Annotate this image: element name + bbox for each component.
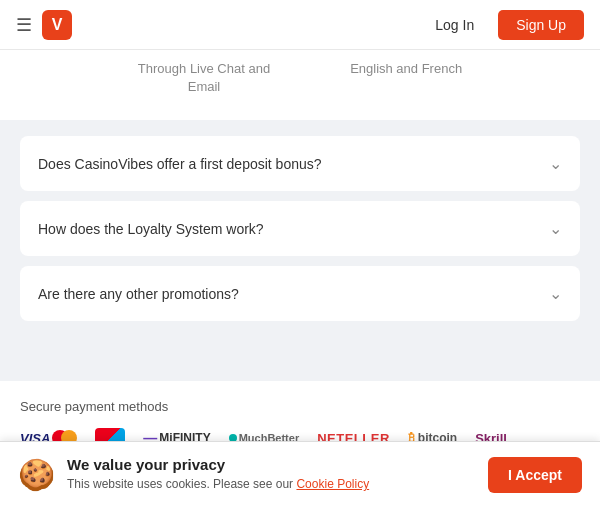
support-method-chat: Through Live Chat andEmail [138,60,270,96]
chevron-down-icon-2: ⌄ [549,219,562,238]
faq-question-3: Are there any other promotions? [38,286,239,302]
cookie-policy-link[interactable]: Cookie Policy [296,477,369,491]
top-section: Through Live Chat andEmail English and F… [0,50,600,120]
header: ☰ V Log In Sign Up [0,0,600,50]
support-lang-text: English and French [350,60,462,78]
support-methods: Through Live Chat andEmail English and F… [0,50,600,110]
faq-item-2[interactable]: How does the Loyalty System work? ⌄ [20,201,580,256]
spacer [0,351,600,381]
logo-icon: V [42,10,72,40]
menu-icon[interactable]: ☰ [16,14,32,36]
cookie-desc-text: This website uses cookies. Please see ou… [67,477,296,491]
faq-row-2[interactable]: How does the Loyalty System work? ⌄ [38,201,562,256]
faq-question-2: How does the Loyalty System work? [38,221,264,237]
cookie-title: We value your privacy [67,456,476,473]
cookie-description: This website uses cookies. Please see ou… [67,476,476,493]
cookie-banner: 🍪 We value your privacy This website use… [0,441,600,507]
header-left: ☰ V [16,10,72,40]
faq-item-3[interactable]: Are there any other promotions? ⌄ [20,266,580,321]
faq-question-1: Does CasinoVibes offer a first deposit b… [38,156,322,172]
cookie-icon: 🍪 [18,457,55,492]
chevron-down-icon-1: ⌄ [549,154,562,173]
login-button[interactable]: Log In [421,11,488,39]
cookie-left: 🍪 We value your privacy This website use… [18,456,476,493]
header-right: Log In Sign Up [421,10,584,40]
cookie-accept-button[interactable]: I Accept [488,457,582,493]
faq-row-3[interactable]: Are there any other promotions? ⌄ [38,266,562,321]
cookie-text-block: We value your privacy This website uses … [67,456,476,493]
faq-item-1[interactable]: Does CasinoVibes offer a first deposit b… [20,136,580,191]
signup-button[interactable]: Sign Up [498,10,584,40]
support-chat-text: Through Live Chat andEmail [138,60,270,96]
chevron-down-icon-3: ⌄ [549,284,562,303]
support-method-lang: English and French [350,60,462,96]
payment-title: Secure payment methods [20,399,580,414]
faq-row-1[interactable]: Does CasinoVibes offer a first deposit b… [38,136,562,191]
faq-section: Does CasinoVibes offer a first deposit b… [0,120,600,351]
